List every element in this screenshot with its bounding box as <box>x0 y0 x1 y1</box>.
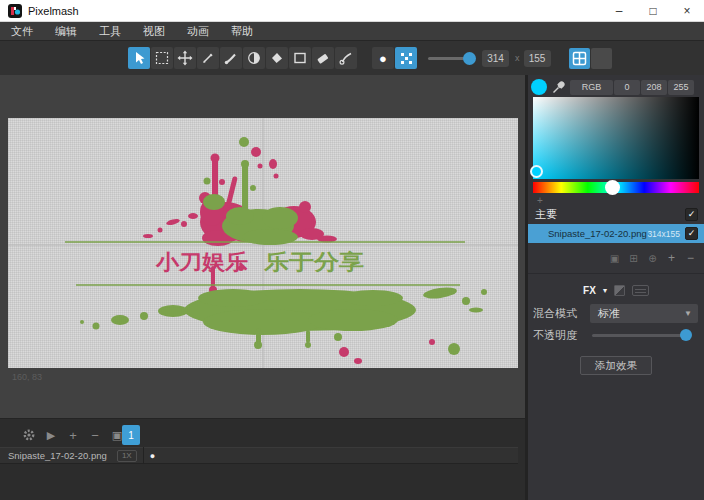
artwork-text-green: 乐于分享 <box>263 250 364 273</box>
plain-view-button[interactable] <box>591 48 612 69</box>
dither-pattern-icon <box>400 52 413 65</box>
duplicate-layer-button[interactable]: ▣ <box>607 251 622 265</box>
pixelmash-window: Pixelmash – □ × 文件 编辑 工具 视图 动画 帮助 <box>0 0 704 500</box>
add-effect-button[interactable]: 添加效果 <box>580 356 652 375</box>
pencil-icon <box>200 50 216 66</box>
layer-name: Snipaste_17-02-20.png <box>548 228 647 239</box>
add-frame-button[interactable]: + <box>66 428 80 443</box>
blend-mode-label: 混合模式 <box>533 306 577 321</box>
hue-slider[interactable] <box>533 182 699 193</box>
minimize-button[interactable]: – <box>602 0 636 21</box>
slider-track <box>428 57 466 60</box>
add-layer-button[interactable]: + <box>664 251 679 265</box>
shaded-ball-icon <box>246 50 262 66</box>
blue-value-field[interactable]: 255 <box>668 80 694 95</box>
panel-section-divider <box>528 273 704 274</box>
menu-file[interactable]: 文件 <box>0 22 44 40</box>
toolbar: ● 314 x 155 <box>0 40 704 75</box>
dither-toggle-button[interactable] <box>395 47 417 69</box>
close-button[interactable]: × <box>670 0 704 21</box>
timeline-settings-gear-icon[interactable] <box>22 428 36 442</box>
diamond-fill-icon <box>269 50 285 66</box>
fx-tab[interactable]: FX <box>583 285 596 296</box>
canvas-height-field[interactable]: 155 <box>524 50 551 67</box>
blend-mode-row: 混合模式 标准 ▼ <box>528 304 704 323</box>
smudge-tool-button[interactable] <box>335 47 357 69</box>
layer-actions-row: ▣ ⊞ ⊕ + − <box>528 251 698 266</box>
frame-1-button[interactable]: 1 <box>122 425 140 445</box>
hue-slider-handle[interactable] <box>605 180 620 195</box>
rectangle-tool-button[interactable] <box>289 47 311 69</box>
layer-group-row[interactable]: 主要 ✓ <box>528 206 704 222</box>
canvas-viewport: 小刀娱乐 乐于分享 160, 83 <box>0 75 526 418</box>
shading-tool-button[interactable] <box>243 47 265 69</box>
menu-tools[interactable]: 工具 <box>88 22 132 40</box>
round-brush-icon: ● <box>379 52 387 65</box>
artwork-splatter: 小刀娱乐 乐于分享 <box>8 118 518 368</box>
current-color-swatch[interactable] <box>531 79 547 95</box>
brush-shape-button[interactable]: ● <box>372 47 394 69</box>
canvas-width-field[interactable]: 314 <box>482 50 509 67</box>
window-title: Pixelmash <box>28 5 79 17</box>
frame-speed-button[interactable]: 1X <box>117 450 137 462</box>
maximize-button[interactable]: □ <box>636 0 670 21</box>
grid-view-button[interactable] <box>569 48 590 69</box>
smudge-pen-icon <box>338 50 354 66</box>
fx-caret-icon: ▾ <box>603 286 607 295</box>
layer-row-selected[interactable]: Snipaste_17-02-20.png 314x155 ✓ <box>528 224 704 243</box>
remove-layer-button[interactable]: − <box>683 251 698 265</box>
menu-view[interactable]: 视图 <box>132 22 176 40</box>
preset-tab[interactable] <box>632 285 649 296</box>
eraser-tool-button[interactable] <box>312 47 334 69</box>
menu-bar: 文件 编辑 工具 视图 动画 帮助 <box>0 22 704 40</box>
marquee-icon <box>154 50 170 66</box>
timeline-layer-name: Snipaste_17-02-20.png <box>8 450 107 461</box>
move-tool-button[interactable] <box>174 47 196 69</box>
menu-help[interactable]: 帮助 <box>220 22 264 40</box>
gradient-tab[interactable] <box>614 285 625 296</box>
green-value-field[interactable]: 208 <box>641 80 667 95</box>
slider-handle[interactable] <box>463 52 476 65</box>
cursor-arrow-icon <box>131 50 147 66</box>
pencil-tool-button[interactable] <box>197 47 219 69</box>
color-mode-button[interactable]: RGB <box>570 80 613 95</box>
marquee-select-tool-button[interactable] <box>151 47 173 69</box>
brush-icon <box>223 50 239 66</box>
keyframe-dot[interactable]: ● <box>150 451 155 461</box>
pixel-canvas[interactable]: 小刀娱乐 乐于分享 <box>8 118 518 368</box>
blend-mode-value: 标准 <box>598 306 620 321</box>
sv-picker-handle[interactable] <box>530 165 543 178</box>
group-visibility-checkbox[interactable]: ✓ <box>685 208 698 221</box>
add-swatch-button[interactable]: + <box>533 196 547 206</box>
brush-tool-button[interactable] <box>220 47 242 69</box>
rectangle-icon <box>292 50 308 66</box>
brush-size-slider[interactable] <box>428 47 476 69</box>
fill-tool-button[interactable] <box>266 47 288 69</box>
right-panel: RGB 0 208 255 + 主要 ✓ Snipaste_17-02-20.p… <box>528 75 704 500</box>
eyedropper-icon[interactable] <box>552 80 566 94</box>
timeline-layer-row[interactable]: Snipaste_17-02-20.png 1X ● <box>0 447 518 464</box>
opacity-row: 不透明度 <box>528 328 704 342</box>
play-button-icon[interactable]: ▶ <box>44 429 58 442</box>
eraser-icon <box>315 50 331 66</box>
layer-visibility-checkbox[interactable]: ✓ <box>685 227 698 240</box>
artwork-text-pink: 小刀娱乐 <box>155 250 248 273</box>
menu-animation[interactable]: 动画 <box>176 22 220 40</box>
red-value-field[interactable]: 0 <box>614 80 640 95</box>
color-controls-row: RGB 0 208 255 <box>528 78 704 96</box>
layer-group-name: 主要 <box>535 207 557 222</box>
move-icon <box>177 50 193 66</box>
app-logo-icon <box>8 4 22 18</box>
remove-frame-button[interactable]: − <box>88 428 102 443</box>
opacity-slider-handle[interactable] <box>680 329 692 341</box>
center-layer-button[interactable]: ⊕ <box>645 251 660 265</box>
menu-edit[interactable]: 编辑 <box>44 22 88 40</box>
effects-tabs-row: FX ▾ <box>528 283 704 298</box>
title-bar[interactable]: Pixelmash – □ × <box>0 0 704 22</box>
opacity-slider-track[interactable] <box>592 334 688 337</box>
saturation-value-picker[interactable] <box>533 97 699 179</box>
select-tool-button[interactable] <box>128 47 150 69</box>
merge-layer-button[interactable]: ⊞ <box>626 251 641 265</box>
blend-mode-dropdown[interactable]: 标准 ▼ <box>590 304 698 323</box>
layer-size: 314x155 <box>647 229 680 239</box>
